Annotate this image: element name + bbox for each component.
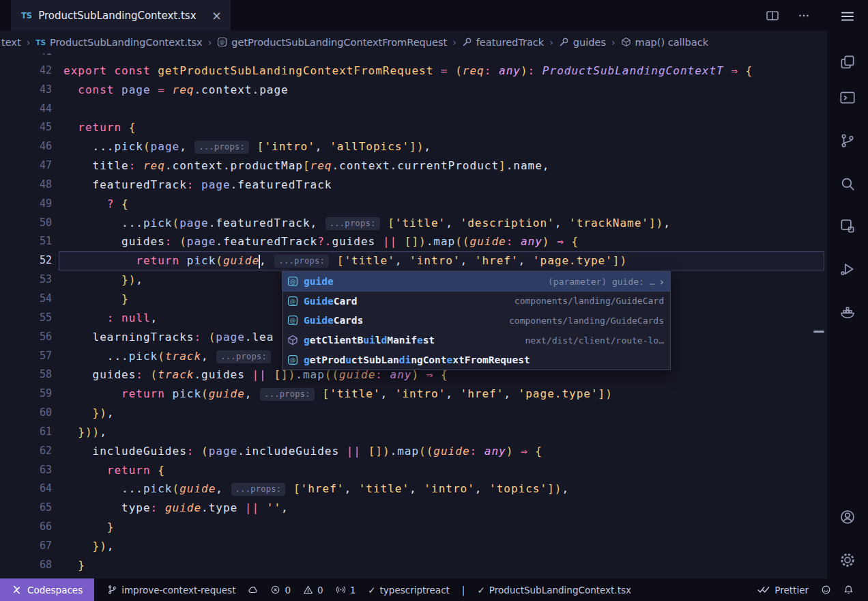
inlay-hint: ...props: xyxy=(326,217,380,230)
suggestion-detail: components/landing/GuideCard xyxy=(502,296,664,306)
code-line-59[interactable]: 59 return pick(guide, ...props: ['title'… xyxy=(0,385,827,404)
code-line-64[interactable]: 64 ...pick(guide, ...props: ['href', 'ti… xyxy=(0,479,827,499)
code-token: ]) xyxy=(598,387,613,400)
warning-icon xyxy=(303,585,313,595)
line-number: 43 xyxy=(0,81,52,100)
suggestion-item[interactable]: getClientBuildManifestnext/dist/client/r… xyxy=(283,331,670,350)
code-token: pick xyxy=(114,140,143,153)
breadcrumb-item[interactable]: featuredTrack xyxy=(462,37,545,48)
code-line-48[interactable]: 48 featuredTrack: page.featuredTrack xyxy=(0,176,827,195)
line-content: const page = req.context.page xyxy=(59,81,824,100)
code-token: track xyxy=(158,368,194,381)
code-token: page xyxy=(179,216,209,229)
code-line-44[interactable]: 44 xyxy=(0,100,827,119)
menu-icon[interactable] xyxy=(839,8,856,25)
code-token: 'title' xyxy=(330,387,380,400)
split-editor-icon[interactable] xyxy=(766,10,779,21)
source-control-icon[interactable] xyxy=(839,132,856,150)
breadcrumb-item[interactable]: @getProductSubLandingContextFromRequest xyxy=(217,37,447,48)
tab-bar-actions xyxy=(766,0,827,31)
code-token: ... xyxy=(63,482,143,495)
code-line-46[interactable]: 46 ...pick(page, ...props: ['intro', 'al… xyxy=(0,137,827,156)
code-line-51[interactable]: 51 guides: (page.featuredTrack?.guides |… xyxy=(0,232,827,251)
code-line-66[interactable]: 66 } xyxy=(0,518,827,537)
account-icon[interactable] xyxy=(839,508,856,526)
code-line-43[interactable]: 43 const page = req.context.page xyxy=(0,81,827,100)
code-token: : xyxy=(484,64,492,77)
status-problems-warnings[interactable]: 0 xyxy=(297,578,330,601)
code-token: .featuredTrack, xyxy=(209,216,325,229)
status-problems-errors[interactable]: 0 xyxy=(264,578,297,601)
search-icon[interactable] xyxy=(839,175,856,193)
status-remote[interactable]: Codespaces xyxy=(0,578,94,601)
code-token: ( xyxy=(216,254,223,267)
code-token: includeGuides xyxy=(63,445,187,458)
status-sync[interactable] xyxy=(242,578,264,601)
code-token: ) xyxy=(542,235,550,248)
code-line-49[interactable]: 49 ? { xyxy=(0,195,827,214)
suggestion-item[interactable]: @GuideCardcomponents/landing/GuideCard xyxy=(283,292,670,311)
code-token: ( xyxy=(179,235,187,248)
copy-icon[interactable] xyxy=(839,53,856,71)
scrollbar-marker[interactable] xyxy=(813,331,824,333)
code-token: page xyxy=(216,331,245,344)
line-number: 58 xyxy=(0,365,52,385)
code-line-50[interactable]: 50 ...pick(page.featuredTrack, ...props:… xyxy=(0,214,827,233)
code-line-67[interactable]: 67 }), xyxy=(0,537,827,556)
code-token xyxy=(165,83,173,96)
suggestion-item[interactable]: @GuideCardscomponents/landing/GuideCards xyxy=(283,311,670,331)
code-token: guide xyxy=(223,254,259,267)
run-debug-icon[interactable] xyxy=(839,260,856,278)
status-notifications[interactable] xyxy=(837,578,860,601)
code-token: ]) xyxy=(613,254,627,267)
status-active-file[interactable]: ✓ProductSubLandingContext.tsx xyxy=(471,578,637,601)
code-line-47[interactable]: 47 title: req.context.productMap[req.con… xyxy=(0,156,827,176)
inlay-hint: ...props: xyxy=(260,388,315,401)
code-token xyxy=(63,406,93,419)
status-language-mode[interactable]: ✓typescriptreact xyxy=(362,578,456,601)
code-token: [ xyxy=(303,159,310,172)
status-prettier[interactable]: Prettier xyxy=(751,578,815,601)
breadcrumb-item[interactable]: text xyxy=(1,37,21,48)
code-line-61[interactable]: 61 })), xyxy=(0,423,827,442)
code-token xyxy=(383,368,390,381)
code-line-63[interactable]: 63 return { xyxy=(0,461,827,480)
code-line-62[interactable]: 62 includeGuides: (page.includeGuides ||… xyxy=(0,442,827,461)
vscode-window: TS ProductSubLandingContext.tsx × 4142ex… xyxy=(0,0,868,601)
breadcrumb-item[interactable]: guides xyxy=(559,37,606,48)
code-token: , xyxy=(151,311,158,324)
suggestion-label: getProductSubLandingContextFromRequest xyxy=(304,354,530,365)
code-token: return xyxy=(121,387,165,400)
line-content: ...pick(page, ...props: ['intro', 'allTo… xyxy=(59,137,824,156)
status-branch[interactable]: improve-context-request xyxy=(101,578,242,601)
code-line-65[interactable]: 65 type: guide.type || '', xyxy=(0,499,827,518)
code-line-68[interactable]: 68 } xyxy=(0,556,827,575)
code-token xyxy=(315,387,323,400)
status-feedback[interactable] xyxy=(815,578,837,601)
code-token: ) xyxy=(411,368,419,381)
code-line-42[interactable]: 42export const getProductSubLandingConte… xyxy=(0,61,827,81)
suggestion-item[interactable]: @getProductSubLandingContextFromRequest xyxy=(283,350,670,369)
code-token: 'allTopics' xyxy=(330,140,409,153)
code-token: = xyxy=(441,64,448,77)
docker-icon[interactable] xyxy=(839,304,856,322)
code-line-45[interactable]: 45 return { xyxy=(0,118,827,137)
breadcrumb-item[interactable]: TSProductSubLandingContext.tsx xyxy=(35,37,202,48)
tab-close-icon[interactable]: × xyxy=(212,10,222,22)
editor-tab[interactable]: TS ProductSubLandingContext.tsx × xyxy=(11,0,231,31)
code-line-60[interactable]: 60 }), xyxy=(0,404,827,423)
code-token: { xyxy=(158,464,165,477)
terminal-icon[interactable] xyxy=(839,89,856,107)
status-prettier-label: Prettier xyxy=(775,585,809,596)
code-token: , xyxy=(136,273,143,286)
breadcrumb-item[interactable]: map() callback xyxy=(621,37,709,48)
line-content: title: req.context.productMap[req.contex… xyxy=(59,156,824,176)
code-token xyxy=(564,235,572,248)
status-ports[interactable]: 1 xyxy=(330,578,362,601)
line-content: guides: (page.featuredTrack?.guides || [… xyxy=(59,232,824,251)
extensions-icon[interactable] xyxy=(839,217,856,235)
code-line-52[interactable]: 52 return pick(guide, ...props: ['title'… xyxy=(0,251,827,270)
settings-icon[interactable] xyxy=(839,551,856,569)
suggestion-item[interactable]: @guide(parameter) guide: …› xyxy=(283,272,670,292)
more-actions-icon[interactable] xyxy=(797,10,811,21)
